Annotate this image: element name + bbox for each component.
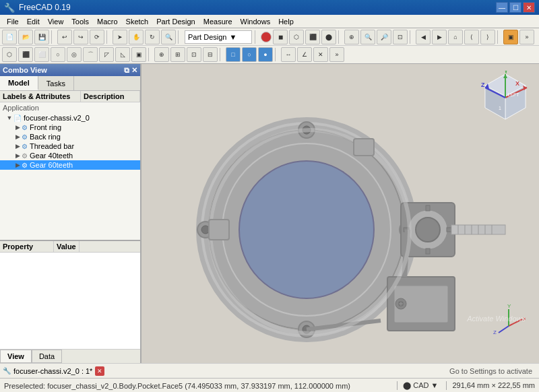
menu-edit[interactable]: Edit <box>23 16 44 27</box>
tb-bool[interactable]: ⊕ <box>154 47 169 62</box>
file-tab[interactable]: 🔧 focuser-chassi.v2_0 : 1* ✕ <box>3 366 104 376</box>
left-panel: Combo View ⧉ ✕ Model Tasks Labels & Attr… <box>0 64 141 363</box>
file-tab-close[interactable]: ✕ <box>95 366 104 376</box>
tb-sep8 <box>148 48 152 61</box>
tb-view5[interactable]: ⬤ <box>321 30 336 44</box>
tb-zoom-in[interactable]: 🔍 <box>360 30 375 44</box>
activation-hint[interactable]: Go to Settings to activate <box>104 366 539 376</box>
tb-open[interactable]: 📂 <box>18 30 33 44</box>
tb-3d-box[interactable]: ▣ <box>503 30 518 44</box>
icon-root: 📄 <box>13 115 22 122</box>
menu-view[interactable]: View <box>44 16 68 27</box>
tb-step-back[interactable]: ⟨ <box>464 30 479 44</box>
svg-text:Z: Z <box>481 81 485 88</box>
tb-ref-cyl[interactable]: ○ <box>242 47 257 62</box>
tab-view[interactable]: View <box>0 350 32 363</box>
tab-tasks[interactable]: Tasks <box>38 76 74 90</box>
tb-sep2 <box>106 30 110 44</box>
status-cad[interactable]: ⬤ CAD ▼ <box>397 381 438 390</box>
tb-save[interactable]: 💾 <box>34 30 49 44</box>
tb-zoom-box[interactable]: ⊡ <box>393 30 408 44</box>
tb-sketch-new[interactable]: ⬡ <box>2 47 17 62</box>
tree-item-gear40[interactable]: ▶ ⚙ Gear 40teeth <box>0 151 140 160</box>
toolbar-area: 📄 📂 💾 ↩ ↪ ⟳ ➤ ✋ ↻ 🔍 Part Design ▼ ◼ ⬡ ⬛ … <box>0 28 539 64</box>
tree-item-root[interactable]: ▼ 📄 focuser-chassi.v2_0 <box>0 113 140 123</box>
tb-mirror[interactable]: ⊟ <box>203 47 218 62</box>
combo-close-icon[interactable]: ✕ <box>131 66 137 75</box>
tb-view2[interactable]: ◼ <box>273 30 288 44</box>
tb-zoom[interactable]: 🔍 <box>161 30 176 44</box>
tb-cursor[interactable]: ➤ <box>113 30 127 44</box>
tb-pattern[interactable]: ⊡ <box>187 47 201 62</box>
status-dimensions: 291,64 mm × 222,55 mm <box>446 381 535 390</box>
menu-measure[interactable]: Measure <box>199 16 236 27</box>
icon-gear60: ⚙ <box>22 162 28 169</box>
tb-ref-box[interactable]: □ <box>226 47 241 62</box>
close-button[interactable]: ✕ <box>523 2 535 13</box>
arrow-back: ▶ <box>13 133 22 140</box>
combo-float-icon[interactable]: ⧉ <box>124 66 129 75</box>
tree-item-gear60[interactable]: ▶ ⚙ Gear 60teeth <box>0 160 140 170</box>
main-layout: Combo View ⧉ ✕ Model Tasks Labels & Attr… <box>0 64 539 363</box>
tb-thickness[interactable]: ▣ <box>131 47 146 62</box>
tb-step-forward[interactable]: ⟩ <box>480 30 495 44</box>
tree-item-front[interactable]: ▶ ⚙ Front ring <box>0 123 140 132</box>
tb-redo[interactable]: ↪ <box>73 30 88 44</box>
tb-nav-back[interactable]: ◀ <box>416 30 431 44</box>
tb-pocket[interactable]: ⬜ <box>34 47 49 62</box>
tb-zoom-fit[interactable]: ⊕ <box>344 30 359 44</box>
viewport[interactable]: X Y Z LEFT 1 <box>141 64 539 363</box>
tb-pan[interactable]: ✋ <box>129 30 144 44</box>
toolbar-row-2: ⬡ ⬛ ⬜ ○ ◎ ⌒ ◸ ◺ ▣ ⊕ ⊞ ⊡ ⊟ □ ○ ● ↔ ∠ ✕ » <box>0 46 539 63</box>
tb-view3[interactable]: ⬡ <box>289 30 304 44</box>
menu-help[interactable]: Help <box>274 16 298 27</box>
tb-refresh[interactable]: ⟳ <box>90 30 104 44</box>
menu-file[interactable]: File <box>3 16 23 27</box>
menu-partdesign[interactable]: Part Design <box>152 16 199 27</box>
tb-draft[interactable]: ◺ <box>115 47 130 62</box>
svg-text:Y: Y <box>504 71 508 75</box>
tb-groove[interactable]: ◎ <box>67 47 82 62</box>
icon-gear40: ⚙ <box>22 152 28 160</box>
workbench-dropdown[interactable]: Part Design ▼ <box>185 30 252 44</box>
tb-view4[interactable]: ⬛ <box>305 30 320 44</box>
tb-sep4 <box>255 30 259 44</box>
tree-area[interactable]: Labels & Attributes Description Applicat… <box>0 91 140 241</box>
tb-ref-sph[interactable]: ● <box>258 47 273 62</box>
maximize-button[interactable]: ☐ <box>509 2 521 13</box>
tb-overflow[interactable]: » <box>519 30 534 44</box>
tb-clone[interactable]: ⊞ <box>170 47 185 62</box>
menu-sketch[interactable]: Sketch <box>122 16 153 27</box>
svg-rect-32 <box>426 249 430 254</box>
tb-pad[interactable]: ⬛ <box>18 47 33 62</box>
tb-rotate[interactable]: ↻ <box>145 30 160 44</box>
tb-nav-forward[interactable]: ▶ <box>432 30 447 44</box>
tb-new[interactable]: 📄 <box>2 30 17 44</box>
tb-measure-clear[interactable]: ✕ <box>313 47 328 62</box>
tb-fillet[interactable]: ⌒ <box>83 47 98 62</box>
tree-item-threaded[interactable]: ▶ ⚙ Threaded bar <box>0 141 140 151</box>
tab-data[interactable]: Data <box>32 350 62 363</box>
tb-view1[interactable] <box>261 32 272 42</box>
menu-macro[interactable]: Macro <box>93 16 122 27</box>
tb-undo[interactable]: ↩ <box>57 30 72 44</box>
tb-revolve[interactable]: ○ <box>51 47 65 62</box>
bottom-area: 🔧 focuser-chassi.v2_0 : 1* ✕ Go to Setti… <box>0 363 539 378</box>
menu-windows[interactable]: Windows <box>236 16 275 27</box>
tb-overflow2[interactable]: » <box>329 47 344 62</box>
menu-tools[interactable]: Tools <box>67 16 93 27</box>
tb-measure-lin[interactable]: ↔ <box>281 47 296 62</box>
tb-zoom-out[interactable]: 🔎 <box>377 30 391 44</box>
label-root: focuser-chassi.v2_0 <box>24 114 90 122</box>
tb-home[interactable]: ⌂ <box>448 30 463 44</box>
tree-item-back[interactable]: ▶ ⚙ Back ring <box>0 132 140 141</box>
tab-model[interactable]: Model <box>0 76 38 90</box>
tb-chamfer[interactable]: ◸ <box>99 47 114 62</box>
label-threaded: Threaded bar <box>30 142 74 150</box>
minimize-button[interactable]: — <box>496 2 508 13</box>
combo-tabs: Model Tasks <box>0 76 140 91</box>
title-bar-controls[interactable]: — ☐ ✕ <box>496 2 535 13</box>
tb-measure-ang[interactable]: ∠ <box>297 47 312 62</box>
status-right: ⬤ CAD ▼ 291,64 mm × 222,55 mm <box>397 381 535 390</box>
svg-rect-52 <box>354 139 374 156</box>
